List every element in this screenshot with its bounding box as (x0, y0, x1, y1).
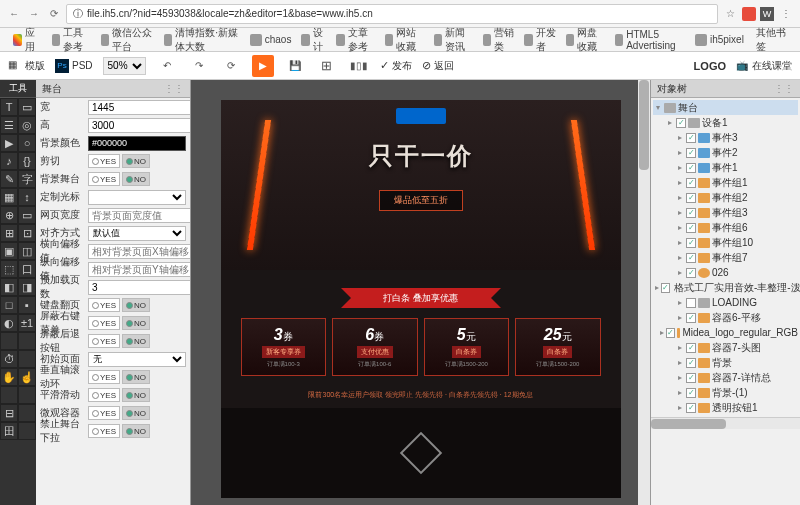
bookmark-item[interactable]: 网盘收藏 (561, 24, 610, 56)
no-radio[interactable]: NO (122, 406, 150, 420)
twisty-icon[interactable]: ▸ (675, 313, 684, 322)
twisty-icon[interactable]: ▸ (665, 118, 674, 127)
visibility-checkbox[interactable]: ✓ (686, 148, 696, 158)
no-radio[interactable]: NO (122, 172, 150, 186)
visibility-checkbox[interactable]: ✓ (686, 238, 696, 248)
yes-radio[interactable]: YES (88, 298, 120, 312)
visibility-checkbox[interactable]: ✓ (686, 253, 696, 263)
tool-button[interactable]: □ (0, 296, 18, 314)
visibility-checkbox[interactable]: ✓ (686, 313, 696, 323)
yes-radio[interactable]: YES (88, 406, 120, 420)
twisty-icon[interactable]: ▸ (655, 283, 659, 292)
twisty-icon[interactable]: ▸ (675, 343, 684, 352)
visibility-checkbox[interactable]: ✓ (686, 163, 696, 173)
bookmark-item[interactable]: 文章参考 (331, 24, 380, 56)
refresh-button[interactable]: ⟳ (220, 55, 242, 77)
prop-input[interactable] (88, 244, 191, 259)
tree-node[interactable]: ▸✓背景 (653, 355, 798, 370)
scroll-thumb[interactable] (639, 80, 649, 170)
twisty-icon[interactable]: ▸ (675, 208, 684, 217)
bookmark-item[interactable]: chaos (245, 24, 297, 56)
tree-node[interactable]: ▸✓事件3 (653, 130, 798, 145)
tool-button[interactable]: ▦ (0, 188, 18, 206)
tree-root[interactable]: ▾舞台 (653, 100, 798, 115)
yes-radio[interactable]: YES (88, 316, 120, 330)
tool-button[interactable]: ✋ (0, 368, 18, 386)
twisty-icon[interactable]: ▸ (675, 388, 684, 397)
prop-input[interactable] (88, 118, 191, 133)
url-bar[interactable]: ⓘ file.ih5.cn/?nid=4593038&locale=zh&edi… (66, 4, 718, 24)
color-swatch[interactable]: #000000 (88, 136, 186, 151)
tool-button[interactable] (18, 386, 36, 404)
visibility-checkbox[interactable]: ✓ (676, 118, 686, 128)
visibility-checkbox[interactable]: ✓ (686, 343, 696, 353)
tool-button[interactable]: ☝ (18, 368, 36, 386)
tree-node[interactable]: ▸✓事件组3 (653, 205, 798, 220)
tool-button[interactable] (0, 386, 18, 404)
tool-button[interactable]: ▭ (18, 206, 36, 224)
tool-button[interactable]: ±1 (18, 314, 36, 332)
redo-button[interactable]: ↷ (188, 55, 210, 77)
twisty-icon[interactable]: ▸ (675, 238, 684, 247)
qr-button[interactable]: ⊞ (316, 55, 338, 77)
twisty-icon[interactable]: ▸ (660, 328, 664, 337)
twisty-icon[interactable]: ▸ (675, 133, 684, 142)
visibility-checkbox[interactable]: ✓ (686, 178, 696, 188)
tool-button[interactable]: {} (18, 152, 36, 170)
tool-button[interactable]: ↕ (18, 188, 36, 206)
tree-node[interactable]: ▸✓透明按钮1 (653, 400, 798, 415)
tool-button[interactable]: ⏱ (0, 350, 18, 368)
tool-button[interactable]: 口 (18, 260, 36, 278)
tool-button[interactable]: ◧ (0, 278, 18, 296)
visibility-checkbox[interactable] (686, 298, 696, 308)
stage-panel-header[interactable]: 舞台⋮⋮ (36, 80, 190, 98)
visibility-checkbox[interactable]: ✓ (666, 328, 675, 338)
tool-button[interactable]: ▭ (18, 98, 36, 116)
undo-button[interactable]: ↶ (156, 55, 178, 77)
tree-node[interactable]: ▸✓容器7-头图 (653, 340, 798, 355)
visibility-checkbox[interactable]: ✓ (686, 268, 696, 278)
tool-button[interactable] (18, 332, 36, 350)
tool-button[interactable]: ▪ (18, 296, 36, 314)
twisty-icon[interactable]: ▸ (675, 193, 684, 202)
save-button[interactable]: 💾 (284, 55, 306, 77)
bookmark-item[interactable]: 工具参考 (47, 24, 96, 56)
hscroll-thumb[interactable] (651, 419, 726, 429)
tree-node[interactable]: ▸✓事件组7 (653, 250, 798, 265)
star-icon[interactable]: ☆ (722, 6, 738, 22)
prop-input[interactable] (88, 208, 191, 223)
tree-node[interactable]: ▸✓设备1 (653, 115, 798, 130)
tree-node[interactable]: ▸✓事件组6 (653, 220, 798, 235)
visibility-checkbox[interactable]: ✓ (686, 193, 696, 203)
visibility-checkbox[interactable]: ✓ (686, 133, 696, 143)
tree-node[interactable]: ▸✓Midea_logo_regular_RGB (653, 325, 798, 340)
tree-node[interactable]: ▸✓事件组1 (653, 175, 798, 190)
classroom-button[interactable]: 📺在线课堂 (736, 59, 792, 73)
tree-node[interactable]: ▸✓事件1 (653, 160, 798, 175)
tree-node[interactable]: ▸✓事件2 (653, 145, 798, 160)
psd-button[interactable]: PsPSD (55, 59, 93, 73)
tool-button[interactable] (18, 350, 36, 368)
tool-button[interactable] (0, 332, 18, 350)
tool-button[interactable]: ◐ (0, 314, 18, 332)
yes-radio[interactable]: YES (88, 388, 120, 402)
tree-hscrollbar[interactable] (651, 417, 800, 429)
tool-button[interactable]: ⊟ (0, 404, 18, 422)
more-bookmarks[interactable]: 其他书签 (751, 24, 792, 56)
bookmark-item[interactable]: ih5pixel (690, 24, 749, 56)
tool-button[interactable]: ♪ (0, 152, 18, 170)
prop-select[interactable]: 默认值 (88, 226, 186, 241)
no-radio[interactable]: NO (122, 424, 150, 438)
yes-radio[interactable]: YES (88, 370, 120, 384)
tool-button[interactable]: 田 (0, 422, 18, 440)
ext1-icon[interactable] (742, 7, 756, 21)
tool-button[interactable]: ◨ (18, 278, 36, 296)
apps-bookmark[interactable]: 应用 (8, 24, 45, 56)
yes-radio[interactable]: YES (88, 172, 120, 186)
no-radio[interactable]: NO (122, 388, 150, 402)
tool-button[interactable]: ⬚ (0, 260, 18, 278)
prop-input[interactable] (88, 100, 191, 115)
bookmark-item[interactable]: 新闻资讯 (429, 24, 478, 56)
yes-radio[interactable]: YES (88, 154, 120, 168)
tree-node[interactable]: ▸✓容器6-平移 (653, 310, 798, 325)
